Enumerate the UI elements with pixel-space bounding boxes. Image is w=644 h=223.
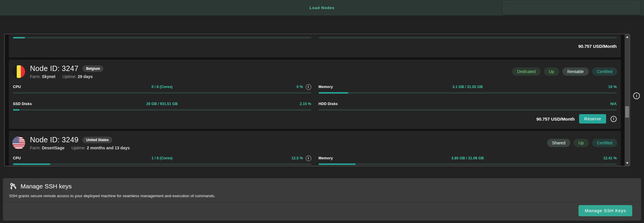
status-chip-up: Up [574, 139, 589, 147]
resource-cpu: CPU 1 / 8 (Cores) 12.5 % [13, 155, 311, 165]
resource-hdd-disks: HDD Disks N/A [319, 101, 617, 111]
resource-percent: N/A [610, 102, 617, 106]
node-id-title: Node ID: 3247 [30, 64, 78, 73]
ssh-keys-section: Manage SSH keys SSH grants secure remote… [3, 178, 641, 221]
farm-name: Skynet [42, 74, 55, 79]
progress-bar-fill [13, 37, 25, 38]
status-chip-certified: Certified [592, 139, 617, 147]
country-chip: Belgium [83, 65, 103, 72]
node-meta: Farm: DesertSage Uptime: 2 months and 13… [30, 146, 547, 150]
uptime-label: Uptime: [62, 74, 76, 79]
farm-name: DesertSage [42, 146, 64, 150]
node-price: 90.757 USD/Month [536, 116, 575, 121]
progress-bar-fill [319, 92, 349, 94]
progress-bar-fill [13, 163, 50, 165]
resource-percent: 0 % [297, 85, 303, 89]
caret-down-icon[interactable] [625, 161, 630, 165]
scrollbar-thumb[interactable] [625, 106, 629, 118]
info-icon[interactable] [306, 84, 311, 90]
status-chip-rentable: Rentable [562, 67, 589, 76]
node-card: Node ID: 3249 United States Farm: Desert… [9, 131, 621, 166]
node-id-title: Node ID: 3249 [30, 136, 78, 144]
topbar-panel [503, 1, 640, 15]
resource-value: 0 / 8 (Cores) [152, 85, 173, 89]
node-price: 90.757 USD/Month [578, 44, 617, 49]
reserve-button[interactable]: Reserve [579, 114, 606, 124]
resource-percent: 12.5 % [292, 156, 303, 160]
resource-percent: 10 % [608, 85, 617, 89]
status-chip-dedicated: Dedicated [512, 67, 541, 76]
progress-bar [319, 92, 617, 94]
progress-bar [13, 92, 311, 94]
resource-memory: Memory 3.1 GB / 31.02 GB 10 % [319, 84, 617, 94]
resource-memory: Memory 3.85 GB / 31.08 GB 12.41 % [319, 155, 617, 165]
manage-ssh-keys-button[interactable]: Manage SSH Keys [579, 205, 632, 216]
resource-value: 3.85 GB / 31.08 GB [451, 156, 484, 160]
progress-bar-fill [13, 109, 19, 111]
status-chip-shared: Shared [547, 139, 570, 147]
nodes-scroll-area: 90.757 USD/Month Node ID: 3247 Belgium F… [4, 34, 630, 166]
progress-bar-fill [319, 163, 356, 165]
progress-bar [13, 109, 311, 111]
node-card: Node ID: 3247 Belgium Farm: Skynet Uptim… [9, 60, 621, 129]
resource-value: 3.1 GB / 31.02 GB [452, 85, 483, 89]
scrollbar[interactable] [625, 34, 630, 166]
status-badges: Shared Up Certified [547, 139, 617, 147]
uptime-value: 29 days [78, 74, 93, 79]
uptime-label: Uptime: [71, 146, 85, 150]
belgium-flag-icon [12, 65, 25, 78]
resource-cpu: CPU 0 / 8 (Cores) 0 % [13, 84, 311, 94]
caret-up-icon[interactable] [625, 35, 630, 39]
resource-label: HDD Disks [319, 102, 338, 106]
status-chip-up: Up [544, 67, 559, 76]
uptime-value: 2 months and 13 days [87, 146, 130, 150]
farm-label: Farm: [30, 146, 41, 150]
top-bar: Load Nodes [0, 0, 644, 16]
resource-label: Memory [319, 85, 333, 89]
resource-label: CPU [13, 156, 21, 160]
status-chip-certified: Certified [592, 67, 617, 76]
resource-label: Memory [319, 156, 333, 160]
node-card-partial: 90.757 USD/Month [9, 35, 621, 58]
info-icon[interactable] [306, 156, 311, 161]
progress-bar [319, 37, 617, 38]
progress-bar [13, 37, 311, 38]
ssh-section-title: Manage SSH keys [21, 183, 72, 190]
resource-ssd-disks: SSD Disks 20 GB / 931.51 GB 2.15 % [13, 101, 311, 111]
resource-label: CPU [13, 85, 21, 89]
resource-value: 1 / 8 (Cores) [152, 156, 173, 160]
resource-value: 20 GB / 931.51 GB [146, 102, 178, 106]
nodes-list: 90.757 USD/Month Node ID: 3247 Belgium F… [5, 34, 625, 166]
ssh-keys-icon [9, 182, 17, 190]
farm-label: Farm: [30, 74, 41, 79]
ssh-section-description: SSH grants secure remote access to your … [3, 190, 641, 198]
united-states-flag-icon [12, 136, 25, 149]
resource-percent: 2.15 % [300, 102, 311, 106]
status-badges: Dedicated Up Rentable Certified [512, 67, 617, 76]
resource-label: SSD Disks [13, 102, 32, 106]
country-chip: United States [83, 137, 112, 143]
resource-percent: 12.41 % [603, 156, 617, 160]
node-meta: Farm: Skynet Uptime: 29 days [30, 74, 512, 79]
progress-bar [13, 163, 311, 165]
progress-bar [319, 163, 617, 165]
load-nodes-button[interactable]: Load Nodes [310, 6, 334, 10]
progress-bar [319, 109, 617, 111]
info-icon[interactable] [633, 92, 640, 99]
info-icon[interactable] [611, 116, 617, 122]
